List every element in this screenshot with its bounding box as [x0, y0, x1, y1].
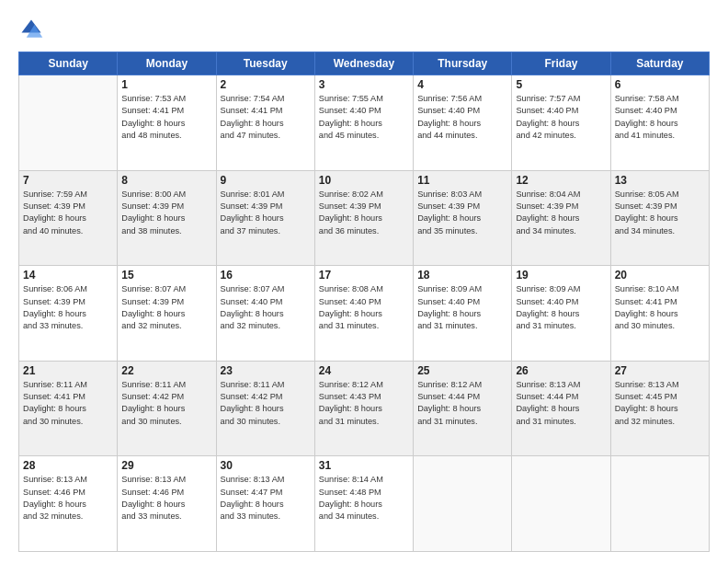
cell-info-line: Sunset: 4:45 PM — [615, 391, 705, 403]
calendar-cell: 22Sunrise: 8:11 AMSunset: 4:42 PMDayligh… — [118, 361, 216, 456]
day-number: 14 — [23, 269, 113, 282]
calendar-cell: 6Sunrise: 7:58 AMSunset: 4:40 PMDaylight… — [610, 75, 709, 171]
cell-info-line: Daylight: 8 hours — [121, 118, 211, 130]
day-number: 4 — [417, 78, 507, 91]
calendar-cell: 29Sunrise: 8:13 AMSunset: 4:46 PMDayligh… — [118, 456, 216, 552]
day-number: 1 — [121, 78, 211, 91]
cell-info-line: Daylight: 8 hours — [615, 213, 705, 224]
cell-info-line: Sunset: 4:41 PM — [23, 391, 113, 403]
cell-info-line: and 37 minutes. — [221, 225, 311, 237]
day-number: 18 — [417, 269, 507, 282]
calendar-cell: 24Sunrise: 8:12 AMSunset: 4:43 PMDayligh… — [314, 361, 413, 456]
cell-info-line: Daylight: 8 hours — [319, 403, 409, 415]
cell-info-line: Sunset: 4:44 PM — [417, 391, 507, 403]
day-number: 11 — [417, 174, 507, 187]
cell-info-line: Sunset: 4:46 PM — [23, 487, 113, 499]
calendar-table: SundayMondayTuesdayWednesdayThursdayFrid… — [18, 52, 710, 552]
weekday-header: Saturday — [610, 52, 709, 75]
cell-info-line: Sunset: 4:41 PM — [121, 105, 211, 117]
calendar-cell: 14Sunrise: 8:06 AMSunset: 4:39 PMDayligh… — [19, 266, 118, 362]
cell-info-line: Daylight: 8 hours — [121, 499, 211, 511]
cell-info-line: Daylight: 8 hours — [319, 118, 409, 130]
day-number: 31 — [319, 459, 409, 472]
cell-info-line: Sunset: 4:40 PM — [417, 296, 507, 308]
cell-info-line: Sunset: 4:40 PM — [615, 105, 705, 117]
day-number: 2 — [221, 78, 311, 91]
cell-info-line: Daylight: 8 hours — [615, 118, 705, 130]
cell-info-line: Daylight: 8 hours — [615, 308, 705, 320]
calendar-week-row: 1Sunrise: 7:53 AMSunset: 4:41 PMDaylight… — [19, 75, 710, 171]
day-number: 10 — [319, 174, 409, 187]
cell-info-line: Sunrise: 7:59 AM — [23, 189, 113, 201]
cell-info-line: and 34 minutes. — [615, 225, 705, 237]
cell-info-line: and 31 minutes. — [417, 416, 507, 428]
calendar-cell: 3Sunrise: 7:55 AMSunset: 4:40 PMDaylight… — [314, 75, 413, 171]
day-number: 29 — [121, 459, 211, 472]
cell-info-line: and 47 minutes. — [221, 130, 311, 142]
calendar-cell: 18Sunrise: 8:09 AMSunset: 4:40 PMDayligh… — [414, 266, 512, 362]
cell-info-line: Sunset: 4:39 PM — [516, 201, 606, 213]
weekday-header: Friday — [512, 52, 610, 75]
day-number: 9 — [221, 174, 311, 187]
calendar-cell: 19Sunrise: 8:09 AMSunset: 4:40 PMDayligh… — [512, 266, 610, 362]
day-number: 19 — [516, 269, 606, 282]
calendar-cell: 8Sunrise: 8:00 AMSunset: 4:39 PMDaylight… — [118, 170, 216, 266]
cell-info-line: Sunset: 4:39 PM — [417, 201, 507, 213]
day-number: 24 — [319, 364, 409, 377]
cell-info-line: Sunrise: 7:56 AM — [417, 93, 507, 105]
calendar-week-row: 14Sunrise: 8:06 AMSunset: 4:39 PMDayligh… — [19, 266, 710, 362]
cell-info-line: Sunset: 4:40 PM — [516, 105, 606, 117]
calendar-week-row: 21Sunrise: 8:11 AMSunset: 4:41 PMDayligh… — [19, 361, 710, 456]
calendar-cell: 10Sunrise: 8:02 AMSunset: 4:39 PMDayligh… — [314, 170, 413, 266]
calendar-cell — [19, 75, 118, 171]
day-number: 8 — [121, 174, 211, 187]
cell-info-line: Sunrise: 8:09 AM — [516, 283, 606, 295]
cell-info-line: Sunrise: 8:07 AM — [221, 283, 311, 295]
cell-info-line: Sunset: 4:42 PM — [221, 391, 311, 403]
day-number: 21 — [23, 364, 113, 377]
calendar-header-row: SundayMondayTuesdayWednesdayThursdayFrid… — [19, 52, 710, 75]
cell-info-line: and 48 minutes. — [121, 130, 211, 142]
cell-info-line: Daylight: 8 hours — [516, 308, 606, 320]
cell-info-line: Sunrise: 8:00 AM — [121, 189, 211, 201]
cell-info-line: Sunset: 4:39 PM — [23, 201, 113, 213]
calendar-cell: 25Sunrise: 8:12 AMSunset: 4:44 PMDayligh… — [414, 361, 512, 456]
weekday-header: Thursday — [414, 52, 512, 75]
calendar-cell: 23Sunrise: 8:11 AMSunset: 4:42 PMDayligh… — [216, 361, 314, 456]
day-number: 7 — [23, 174, 113, 187]
cell-info-line: and 45 minutes. — [319, 130, 409, 142]
calendar-week-row: 28Sunrise: 8:13 AMSunset: 4:46 PMDayligh… — [19, 456, 710, 552]
calendar-cell: 16Sunrise: 8:07 AMSunset: 4:40 PMDayligh… — [216, 266, 314, 362]
calendar-week-row: 7Sunrise: 7:59 AMSunset: 4:39 PMDaylight… — [19, 170, 710, 266]
cell-info-line: Sunset: 4:40 PM — [319, 105, 409, 117]
calendar-cell: 4Sunrise: 7:56 AMSunset: 4:40 PMDaylight… — [414, 75, 512, 171]
day-number: 26 — [516, 364, 606, 377]
cell-info-line: Sunrise: 8:07 AM — [121, 283, 211, 295]
cell-info-line: Sunset: 4:41 PM — [615, 296, 705, 308]
cell-info-line: Sunrise: 7:54 AM — [221, 93, 311, 105]
cell-info-line: Daylight: 8 hours — [417, 118, 507, 130]
cell-info-line: Sunrise: 8:06 AM — [23, 283, 113, 295]
cell-info-line: Sunrise: 8:13 AM — [615, 379, 705, 391]
cell-info-line: Sunset: 4:40 PM — [221, 296, 311, 308]
calendar-cell: 1Sunrise: 7:53 AMSunset: 4:41 PMDaylight… — [118, 75, 216, 171]
cell-info-line: Daylight: 8 hours — [221, 403, 311, 415]
cell-info-line: Daylight: 8 hours — [417, 213, 507, 224]
day-number: 20 — [615, 269, 705, 282]
day-number: 23 — [221, 364, 311, 377]
calendar-cell: 15Sunrise: 8:07 AMSunset: 4:39 PMDayligh… — [118, 266, 216, 362]
calendar-cell: 26Sunrise: 8:13 AMSunset: 4:44 PMDayligh… — [512, 361, 610, 456]
calendar-cell — [512, 456, 610, 552]
cell-info-line: Sunset: 4:39 PM — [121, 296, 211, 308]
cell-info-line: Sunset: 4:48 PM — [319, 487, 409, 499]
day-number: 30 — [221, 459, 311, 472]
weekday-header: Monday — [118, 52, 216, 75]
cell-info-line: and 31 minutes. — [516, 320, 606, 332]
cell-info-line: Sunrise: 8:13 AM — [23, 474, 113, 486]
cell-info-line: Daylight: 8 hours — [516, 213, 606, 224]
cell-info-line: Sunset: 4:39 PM — [615, 201, 705, 213]
cell-info-line: Sunrise: 8:11 AM — [221, 379, 311, 391]
calendar-cell: 21Sunrise: 8:11 AMSunset: 4:41 PMDayligh… — [19, 361, 118, 456]
calendar-cell: 13Sunrise: 8:05 AMSunset: 4:39 PMDayligh… — [610, 170, 709, 266]
cell-info-line: and 31 minutes. — [319, 416, 409, 428]
